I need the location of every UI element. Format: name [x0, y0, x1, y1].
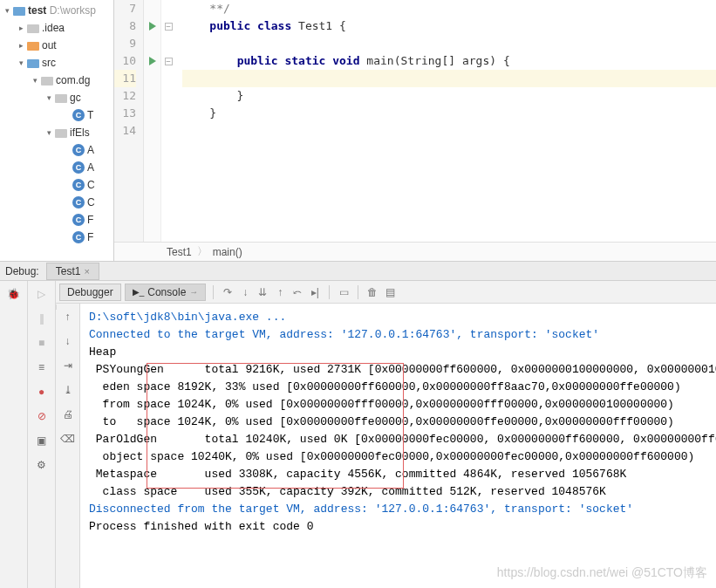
- package-icon: [40, 73, 54, 87]
- chevron-down-icon: ▾: [30, 76, 40, 85]
- tree-ifels[interactable]: ▾ ifEls: [0, 124, 113, 141]
- tree-class-file[interactable]: CF: [0, 229, 113, 246]
- tree-label: com.dg: [56, 74, 90, 86]
- console-output[interactable]: D:\soft\jdk8\bin\java.exe ... Connected …: [80, 304, 716, 588]
- evaluate-expression-icon[interactable]: ▭: [337, 285, 351, 299]
- editor-code[interactable]: **/ public class Test1 { public static v…: [175, 0, 716, 242]
- svg-rect-1: [27, 24, 39, 33]
- tree-label: ifEls: [70, 126, 90, 139]
- clear-icon[interactable]: ⌫: [60, 431, 76, 447]
- editor-gutter: 7 8 9 10 11 12 13 14: [114, 0, 144, 242]
- console-line: class space used 355K, capacity 392K, co…: [89, 483, 707, 501]
- tree-class-file[interactable]: CC: [0, 194, 113, 211]
- console-rail: ↑ ↓ ⇥ ⤓ 🖨 ⌫: [56, 304, 80, 588]
- package-icon: [54, 126, 68, 140]
- view-breakpoints-icon[interactable]: ≡: [34, 359, 50, 375]
- console-line: object space 10240K, 0% used [0x00000000…: [89, 448, 707, 466]
- tree-class-file[interactable]: CF: [0, 211, 113, 229]
- fold-icon[interactable]: −: [165, 58, 173, 65]
- tree-label: .idea: [42, 22, 65, 34]
- fold-icon[interactable]: −: [165, 23, 173, 31]
- up-icon[interactable]: ↑: [60, 309, 76, 325]
- svg-rect-2: [27, 42, 39, 51]
- class-icon: C: [72, 161, 85, 174]
- console-line: PSYoungGen total 9216K, used 2731K [0x00…: [89, 361, 707, 379]
- console-line: Process finished with exit code 0: [89, 518, 707, 536]
- package-icon: [54, 91, 68, 105]
- tab-label: Test1: [56, 265, 81, 277]
- tree-class-file[interactable]: CC: [0, 176, 113, 194]
- debug-header: Debug: Test1 ×: [0, 262, 716, 281]
- tab-debugger[interactable]: Debugger: [59, 284, 121, 301]
- down-icon[interactable]: ↓: [60, 333, 76, 349]
- mute-breakpoints-icon[interactable]: ●: [34, 384, 50, 400]
- svg-rect-0: [13, 7, 25, 16]
- tree-src[interactable]: ▾ src: [0, 54, 113, 72]
- camera-icon[interactable]: ▣: [34, 433, 50, 448]
- step-out-icon[interactable]: ↑: [273, 285, 287, 299]
- chevron-down-icon: ▾: [44, 128, 54, 137]
- tree-root-label: test: [28, 4, 46, 17]
- close-icon[interactable]: ×: [84, 266, 89, 277]
- debug-label: Debug:: [5, 265, 39, 277]
- class-icon: C: [72, 108, 85, 122]
- svg-rect-5: [55, 94, 67, 103]
- breadcrumb-item[interactable]: main(): [213, 246, 242, 258]
- scroll-to-end-icon[interactable]: ⤓: [60, 382, 76, 398]
- tree-label: T: [87, 109, 93, 121]
- trash-icon[interactable]: 🗑: [365, 285, 379, 299]
- tree-root-path: D:\worksp: [50, 4, 96, 17]
- print-icon[interactable]: 🖨: [60, 407, 76, 422]
- chevron-right-icon: ▸: [16, 41, 26, 50]
- force-step-into-icon[interactable]: ⇊: [256, 285, 269, 299]
- chevron-right-icon: ▸: [16, 24, 26, 32]
- run-icon[interactable]: [149, 57, 156, 65]
- console-line: Connected to the target VM, address: '12…: [89, 326, 707, 344]
- soft-wrap-icon[interactable]: ⇥: [60, 358, 76, 373]
- chevron-down-icon: ▾: [2, 6, 12, 15]
- tree-class-file[interactable]: CA: [0, 141, 113, 159]
- run-icon[interactable]: [149, 22, 156, 31]
- console-line: Metaspace used 3308K, capacity 4556K, co…: [89, 466, 707, 483]
- settings-icon[interactable]: ⚙: [34, 457, 50, 473]
- resume-icon[interactable]: ▷: [34, 286, 50, 302]
- debug-left-rail: 🐞: [0, 281, 28, 588]
- folder-icon: [26, 56, 40, 70]
- watermark: https://blog.csdn.net/wei @51CTO博客: [497, 565, 707, 581]
- layout-icon[interactable]: ▤: [383, 285, 397, 299]
- tree-gc[interactable]: ▾ gc: [0, 89, 113, 106]
- tree-class-file[interactable]: CA: [0, 159, 113, 176]
- step-over-icon[interactable]: ↷: [221, 285, 235, 299]
- tab-console[interactable]: ▶_Console→: [125, 284, 207, 301]
- folder-icon: [26, 21, 40, 35]
- breakpoints-icon[interactable]: ⊘: [34, 408, 50, 424]
- tree-class-file[interactable]: C T: [0, 106, 113, 124]
- run-to-cursor-icon[interactable]: ▸|: [308, 285, 322, 299]
- tree-out[interactable]: ▸ out: [0, 37, 113, 54]
- console-line: eden space 8192K, 33% used [0x00000000ff…: [89, 379, 707, 396]
- project-tree[interactable]: ▾ test D:\worksp ▸ .idea ▸ out ▾ src ▾ c…: [0, 0, 114, 261]
- tree-idea[interactable]: ▸ .idea: [0, 19, 113, 37]
- svg-rect-4: [41, 77, 53, 85]
- drop-frame-icon[interactable]: ⤺: [290, 285, 304, 299]
- class-icon: C: [72, 213, 85, 227]
- tree-root[interactable]: ▾ test D:\worksp: [0, 2, 113, 19]
- console-line: Heap: [89, 344, 707, 361]
- console-line: D:\soft\jdk8\bin\java.exe ...: [89, 309, 707, 326]
- folder-icon: [26, 38, 40, 52]
- pause-icon[interactable]: ‖: [34, 311, 50, 326]
- breadcrumb[interactable]: Test1 〉 main(): [114, 242, 716, 261]
- stop-icon[interactable]: ■: [34, 335, 50, 351]
- step-into-icon[interactable]: ↓: [238, 285, 252, 299]
- chevron-down-icon: ▾: [44, 93, 54, 102]
- console-line: Disconnected from the target VM, address…: [89, 501, 707, 518]
- debug-session-tab[interactable]: Test1 ×: [46, 263, 99, 280]
- rerun-icon[interactable]: 🐞: [6, 286, 22, 302]
- class-icon: C: [72, 195, 85, 209]
- console-line: from space 1024K, 0% used [0x00000000fff…: [89, 396, 707, 414]
- tree-pkg[interactable]: ▾ com.dg: [0, 72, 113, 89]
- chevron-down-icon: ▾: [16, 58, 26, 67]
- tree-label: gc: [70, 92, 81, 104]
- code-editor[interactable]: 7 8 9 10 11 12 13 14 − −: [114, 0, 716, 242]
- breadcrumb-item[interactable]: Test1: [167, 246, 192, 258]
